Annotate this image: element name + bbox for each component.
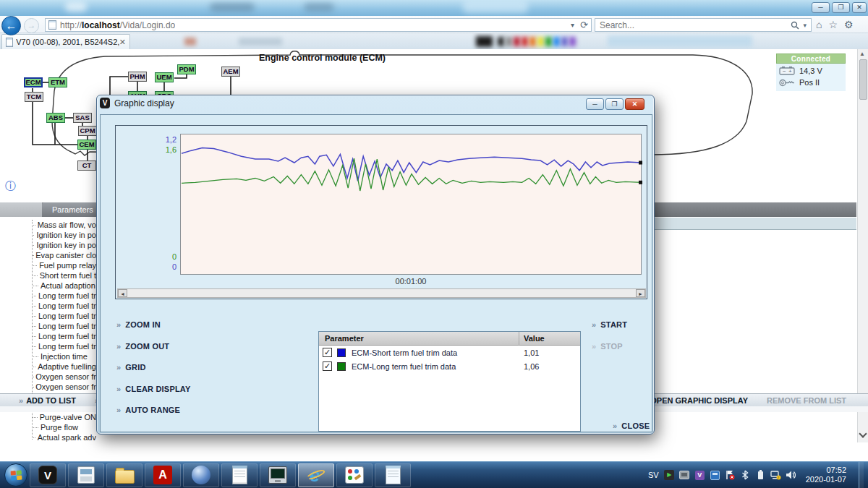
autocomplete-dropdown-icon[interactable]: ▾ [571,21,574,29]
taskbar-app-windows-explorer[interactable] [106,463,142,487]
tree-item[interactable]: Mass air flow, vo [22,220,96,230]
column-header-parameter[interactable]: Parameter [319,332,519,346]
tree-item[interactable]: Actual spark adv [22,432,96,442]
start-button-orb[interactable] [4,463,27,487]
diagram-node-cpm[interactable]: CPM [78,126,97,136]
back-button[interactable]: ← [1,16,21,35]
info-icon[interactable]: ⓘ [5,179,16,193]
address-bar[interactable]: http://localhost/Vida/Login.do ▾ ⟳ [45,18,592,32]
diagram-node-phm[interactable]: PHM [128,72,147,82]
taskbar-app-vct-monitor[interactable] [260,463,296,487]
start-button[interactable]: »START [592,320,627,329]
diagram-node-pdm[interactable]: PDM [177,64,196,74]
diagram-node-aem[interactable]: AEM [221,67,240,77]
refresh-icon[interactable]: ⟳ [580,20,588,30]
taskbar-app-vida[interactable]: V [30,463,66,487]
diagram-node-abs[interactable]: ABS [46,113,65,123]
diagram-node-tcm[interactable]: TCM [25,92,43,102]
taskbar-app-dice-sphere[interactable] [183,463,219,487]
tray-action-center-flag-icon[interactable] [725,470,736,481]
column-header-value[interactable]: Value [519,334,580,343]
dialog-minimize-button[interactable]: ─ [586,98,604,110]
row-checkbox[interactable]: ✓ [323,348,332,357]
tree-item[interactable]: Adaptive fuelling [22,361,96,372]
window-titlebar[interactable]: ─ ❐ ✕ [0,0,868,16]
tree-item[interactable]: Long term fuel tr [22,301,96,311]
dialog-close-button[interactable]: ✕ [625,98,644,110]
dialog-titlebar[interactable]: V Graphic display [100,98,174,108]
window-restore-button[interactable]: ❐ [832,2,850,13]
search-icon[interactable] [791,21,799,30]
diagram-node-uem[interactable]: UEM [155,72,174,82]
zoom-out-button[interactable]: »ZOOM OUT [116,342,191,351]
scroll-down-icon[interactable] [859,429,867,437]
search-input[interactable]: Search... ▾ [595,18,812,32]
tree-item[interactable]: Short term fuel t [22,270,96,281]
url-text[interactable]: http://localhost/Vida/Login.do [60,20,175,30]
tree-item[interactable]: Fuel pump relay [22,260,96,270]
clock[interactable]: 07:52 2020-01-07 [801,466,854,484]
tray-blue-app-icon[interactable] [710,470,720,481]
taskbar-app-adobe-reader[interactable]: A [145,463,181,487]
bottombar-open-graphic-display[interactable]: »OPEN GRAPHIC DISPLAY [643,396,748,405]
tray-vmware-icon[interactable]: V [694,470,705,481]
scroll-up-icon[interactable]: ▲ [859,51,865,57]
tray-volume-icon[interactable] [786,470,796,481]
taskbar-app-wordpad[interactable] [375,463,411,487]
table-row[interactable]: ✓ECM-Short term fuel trim data1,01 [319,346,580,359]
diagram-node-sas[interactable]: SAS [73,113,92,123]
taskbar-app-notepad[interactable] [221,463,258,487]
table-row[interactable]: ✓ECM-Long term fuel trim data1,06 [319,359,580,373]
tray-media-app-icon[interactable]: ▶ [664,470,675,481]
tree-item[interactable]: Actual adaption [22,281,96,291]
dialog-maximize-button[interactable]: ❐ [605,98,624,110]
scroll-right-icon[interactable]: ► [636,289,645,297]
tab-close-icon[interactable]: ✕ [119,38,126,47]
tree-item[interactable]: Long term fuel tr [22,291,96,301]
tray-capture-app-icon[interactable] [679,470,690,481]
tree-item[interactable]: Long term fuel tr [22,321,96,331]
home-icon[interactable]: ⌂ [816,19,822,30]
tree-item[interactable]: Purge flow [22,422,96,432]
tree-item[interactable]: Injection time [22,351,96,361]
clear-display-button[interactable]: »CLEAR DISPLAY [116,385,191,393]
settings-gear-icon[interactable]: ⚙ [844,19,854,30]
search-dropdown-icon[interactable]: ▾ [803,22,807,29]
tree-item[interactable]: Oxygen sensor fr [22,382,96,392]
tray-bluetooth-icon[interactable] [740,470,751,481]
tree-item[interactable]: Purge-valve ON [22,412,96,422]
grid-button[interactable]: »GRID [116,363,191,372]
diagram-node-etm[interactable]: ETM [48,77,67,87]
auto-range-button[interactable]: »AUTO RANGE [116,406,191,414]
tree-item[interactable]: Long term fuel tr [22,311,96,321]
scroll-left-icon[interactable]: ◄ [118,289,127,297]
forward-button[interactable]: → [24,18,39,33]
tray-battery-icon[interactable] [755,470,766,481]
bottombar-add-to-list[interactable]: »ADD TO LIST [19,396,76,405]
favorites-star-icon[interactable]: ☆ [828,19,838,30]
diagram-node-ecm[interactable]: ECM [24,77,43,87]
page-scrollbar[interactable]: ▲ [857,49,868,442]
tree-item[interactable]: Long term fuel tr [22,331,96,341]
scroll-thumb[interactable] [859,59,867,100]
diagram-node-cem[interactable]: CEM [77,140,96,150]
browser-tab[interactable]: V70 (00-08), 2001, B5244S2, ... ✕ [1,34,130,49]
row-checkbox[interactable]: ✓ [323,361,332,371]
tray-network-warning-icon[interactable]: ! [770,470,781,481]
close-button[interactable]: »CLOSE [613,421,650,430]
window-minimize-button[interactable]: ─ [812,2,830,13]
zoom-in-button[interactable]: »ZOOM IN [116,320,191,329]
show-desktop-button[interactable] [859,462,864,488]
stop-button[interactable]: »STOP [592,342,627,351]
diagram-node-ct[interactable]: CT [77,160,96,171]
tab-parameters[interactable]: Parameters [42,202,103,217]
tree-item[interactable]: Long term fuel tr [22,341,96,351]
window-close-button[interactable]: ✕ [852,2,867,13]
taskbar-app-paint[interactable] [336,463,373,487]
tree-item[interactable]: Ignition key in po [22,240,96,250]
language-indicator[interactable]: SV [648,471,659,479]
tree-item[interactable]: Evap canister clo [22,250,96,260]
chart-h-scrollbar[interactable]: ◄ ► [117,288,646,298]
tree-item[interactable]: Oxygen sensor fr [22,372,96,382]
taskbar-app-remote-app[interactable] [68,463,104,487]
